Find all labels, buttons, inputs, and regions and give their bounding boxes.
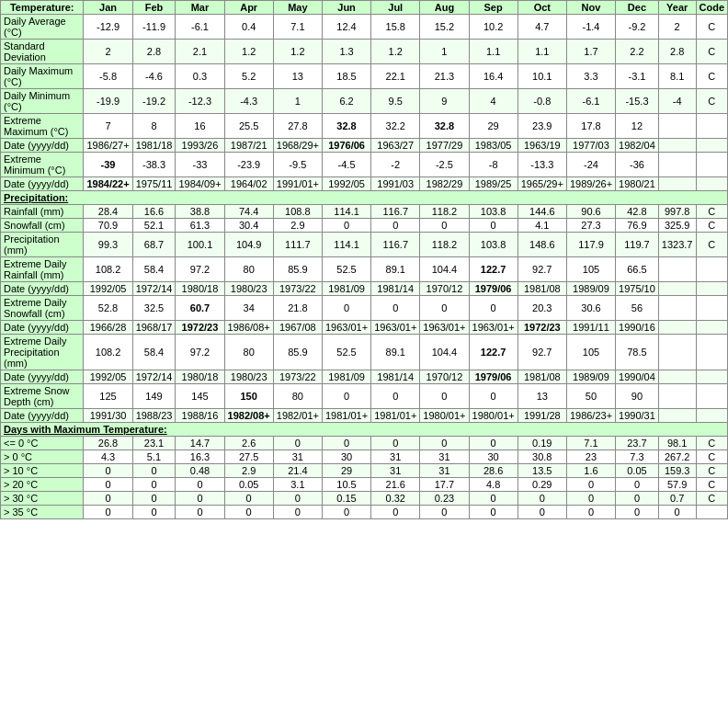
- data-cell: 122.7: [469, 257, 518, 282]
- data-cell: -1.4: [566, 15, 615, 40]
- table-row: > 0 °C4.35.116.327.5313031313030.8237.32…: [1, 450, 728, 464]
- data-cell: [696, 335, 728, 370]
- data-cell: 0: [420, 384, 469, 409]
- data-cell: 1981/01+: [322, 409, 370, 423]
- data-cell: 1989/25: [469, 177, 518, 191]
- data-cell: 117.9: [566, 233, 615, 257]
- col-header-nov: Nov: [566, 1, 615, 15]
- data-cell: 0: [518, 492, 566, 506]
- data-cell: 29: [322, 464, 370, 478]
- data-cell: -9.5: [273, 153, 322, 177]
- col-header-jun: Jun: [322, 1, 370, 15]
- data-cell: 103.8: [469, 205, 518, 219]
- data-cell: 0: [371, 506, 420, 519]
- data-cell: 0.05: [224, 478, 273, 492]
- data-cell: 27.5: [224, 450, 273, 464]
- data-cell: 27.8: [273, 114, 322, 139]
- data-cell: 52.1: [132, 219, 176, 233]
- data-cell: 105: [566, 335, 615, 370]
- data-cell: [658, 177, 696, 191]
- data-cell: 23: [566, 450, 615, 464]
- data-cell: 29: [469, 114, 518, 139]
- data-cell: -39: [84, 153, 132, 177]
- data-cell: 17.7: [420, 478, 469, 492]
- data-cell: [658, 114, 696, 139]
- data-cell: [658, 384, 696, 409]
- data-cell: 1973/22: [273, 282, 322, 296]
- row-label: Extreme Maximum (°C): [1, 114, 84, 139]
- data-cell: 116.7: [371, 205, 420, 219]
- data-cell: 119.7: [616, 233, 659, 257]
- data-cell: 1980/18: [176, 282, 224, 296]
- data-cell: 1323.7: [658, 233, 696, 257]
- data-cell: C: [696, 40, 728, 64]
- data-cell: 30.8: [518, 450, 566, 464]
- data-cell: 2.8: [132, 40, 176, 64]
- data-cell: 13: [273, 64, 322, 89]
- data-cell: 42.8: [616, 205, 659, 219]
- data-cell: 10.5: [322, 478, 370, 492]
- data-cell: 22.1: [371, 64, 420, 89]
- data-cell: -8: [469, 153, 518, 177]
- data-cell: 122.7: [469, 335, 518, 370]
- data-cell: 4.3: [84, 450, 132, 464]
- data-cell: 80: [224, 335, 273, 370]
- data-cell: 1980/01+: [420, 409, 469, 423]
- data-cell: 1981/18: [132, 139, 176, 153]
- data-cell: 16: [176, 114, 224, 139]
- data-cell: 32.5: [132, 296, 176, 321]
- data-cell: 2.8: [658, 40, 696, 64]
- data-cell: 3.1: [273, 478, 322, 492]
- data-cell: 0: [132, 478, 176, 492]
- table-row: Date (yyyy/dd)1992/051972/141980/181980/…: [1, 370, 728, 384]
- data-cell: 1989/26+: [566, 177, 615, 191]
- data-cell: 58.4: [132, 257, 176, 282]
- row-label: Date (yyyy/dd): [1, 282, 84, 296]
- data-cell: 28.6: [469, 464, 518, 478]
- data-cell: 1.7: [566, 40, 615, 64]
- data-cell: -19.9: [84, 89, 132, 114]
- table-row: Daily Minimum (°C)-19.9-19.2-12.3-4.316.…: [1, 89, 728, 114]
- data-cell: 12.4: [322, 15, 370, 40]
- data-cell: 15.2: [420, 15, 469, 40]
- data-cell: 61.3: [176, 219, 224, 233]
- table-row: Precipitation (mm)99.368.7100.1104.9111.…: [1, 233, 728, 257]
- data-cell: 1981/01+: [371, 409, 420, 423]
- data-cell: 1990/16: [616, 321, 659, 335]
- data-cell: [658, 370, 696, 384]
- data-cell: 159.3: [658, 464, 696, 478]
- data-cell: 1991/01+: [273, 177, 322, 191]
- data-cell: 16.3: [176, 450, 224, 464]
- table-row: Extreme Daily Precipitation (mm)108.258.…: [1, 335, 728, 370]
- data-cell: C: [696, 15, 728, 40]
- data-cell: 0: [132, 492, 176, 506]
- data-cell: 32.8: [420, 114, 469, 139]
- data-cell: 31: [420, 450, 469, 464]
- data-cell: 0: [176, 492, 224, 506]
- data-cell: 1: [273, 89, 322, 114]
- row-label: Extreme Snow Depth (cm): [1, 384, 84, 409]
- data-cell: 0.32: [371, 492, 420, 506]
- data-cell: 0: [84, 492, 132, 506]
- row-label: > 0 °C: [1, 450, 84, 464]
- data-cell: 1977/03: [566, 139, 615, 153]
- data-cell: 0: [616, 478, 659, 492]
- col-header-year: Year: [658, 1, 696, 15]
- data-cell: 145: [176, 384, 224, 409]
- data-cell: -6.1: [566, 89, 615, 114]
- data-cell: 1975/10: [616, 282, 659, 296]
- data-cell: 97.2: [176, 335, 224, 370]
- data-cell: 0: [84, 506, 132, 519]
- row-label: Precipitation (mm): [1, 233, 84, 257]
- data-cell: 7.1: [273, 15, 322, 40]
- data-cell: 1980/23: [224, 370, 273, 384]
- data-cell: 100.1: [176, 233, 224, 257]
- data-cell: [696, 153, 728, 177]
- data-cell: -13.3: [518, 153, 566, 177]
- data-cell: 1987/21: [224, 139, 273, 153]
- data-cell: 104.9: [224, 233, 273, 257]
- col-header-sep: Sep: [469, 1, 518, 15]
- row-label: Daily Maximum (°C): [1, 64, 84, 89]
- data-cell: 103.8: [469, 233, 518, 257]
- data-cell: 0: [273, 437, 322, 450]
